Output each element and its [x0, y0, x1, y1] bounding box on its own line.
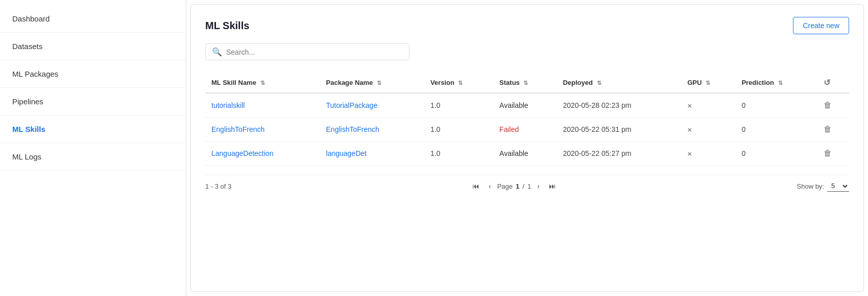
cell-deployed: 2020-05-22 05:31 pm [557, 118, 681, 142]
cell-actions: 🗑 [817, 142, 849, 166]
cell-ml-skill-name[interactable]: tutorialskill [205, 93, 320, 118]
main-content: ML Skills Create new 🔍 ML Skill Name ⇅ P… [190, 4, 864, 292]
pagination-prev-button[interactable]: ‹ [486, 181, 494, 191]
sort-icon-gpu: ⇅ [706, 80, 710, 86]
delete-icon[interactable]: 🗑 [824, 125, 832, 133]
table-row: EnglishToFrench EnglishToFrench 1.0 Fail… [205, 118, 849, 142]
col-actions: ↺ [817, 73, 849, 93]
sidebar-item-ml-packages[interactable]: ML Packages [0, 60, 186, 88]
pagination-separator: / [522, 183, 524, 190]
cell-version: 1.0 [424, 93, 493, 118]
pagination-current-page: 1 [516, 183, 519, 190]
cell-actions: 🗑 [817, 118, 849, 142]
table-body: tutorialskill TutorialPackage 1.0 Availa… [205, 93, 849, 166]
cell-package-name[interactable]: EnglishToFrench [320, 118, 424, 142]
pagination-controls: ⏮ ‹ Page 1 / 1 › ⏭ [469, 181, 559, 191]
refresh-icon[interactable]: ↺ [824, 78, 830, 87]
col-ml-skill-name[interactable]: ML Skill Name ⇅ [205, 73, 320, 93]
table-row: LanguageDetection languageDet 1.0 Availa… [205, 142, 849, 166]
col-prediction[interactable]: Prediction ⇅ [735, 73, 817, 93]
delete-icon[interactable]: 🗑 [824, 101, 832, 109]
cell-prediction: 0 [735, 93, 817, 118]
cell-prediction: 0 [735, 142, 817, 166]
sidebar-item-dashboard[interactable]: Dashboard [0, 5, 186, 33]
cell-ml-skill-name[interactable]: LanguageDetection [205, 142, 320, 166]
ml-skills-table: ML Skill Name ⇅ Package Name ⇅ Version ⇅… [205, 73, 849, 166]
cell-actions: 🗑 [817, 93, 849, 118]
create-new-button[interactable]: Create new [793, 17, 849, 34]
show-by-container: Show by: 5102050 [797, 180, 849, 192]
cell-ml-skill-name[interactable]: EnglishToFrench [205, 118, 320, 142]
pagination-total-pages: 1 [527, 183, 531, 190]
sort-icon-version: ⇅ [458, 80, 463, 86]
sidebar-item-ml-logs[interactable]: ML Logs [0, 143, 186, 171]
col-gpu[interactable]: GPU ⇅ [681, 73, 735, 93]
sidebar-item-datasets[interactable]: Datasets [0, 33, 186, 60]
pagination-next-button[interactable]: › [534, 181, 543, 191]
main-header: ML Skills Create new [205, 17, 849, 34]
col-package-name[interactable]: Package Name ⇅ [320, 73, 424, 93]
sort-icon-deployed: ⇅ [597, 80, 601, 86]
cell-deployed: 2020-05-22 05:27 pm [557, 142, 681, 166]
show-by-select[interactable]: 5102050 [827, 180, 849, 192]
sort-icon-package-name: ⇅ [377, 80, 381, 86]
cell-package-name[interactable]: TutorialPackage [320, 93, 424, 118]
pagination-range: 1 - 3 of 3 [205, 183, 231, 190]
sidebar-item-ml-skills[interactable]: ML Skills [0, 116, 186, 143]
pagination-page-label: Page [497, 183, 513, 190]
sort-icon-prediction: ⇅ [778, 80, 783, 86]
cell-status: Available [493, 142, 557, 166]
cell-status: Available [493, 93, 557, 118]
search-input[interactable] [226, 48, 403, 56]
col-version[interactable]: Version ⇅ [424, 73, 493, 93]
sort-icon-ml-skill-name: ⇅ [260, 80, 265, 86]
search-container: 🔍 [205, 43, 409, 60]
pagination-last-button[interactable]: ⏭ [546, 181, 559, 191]
pagination-bar: 1 - 3 of 3 ⏮ ‹ Page 1 / 1 › ⏭ Show by: 5… [205, 175, 849, 192]
table-wrap: ML Skill Name ⇅ Package Name ⇅ Version ⇅… [205, 73, 849, 166]
sort-icon-status: ⇅ [523, 80, 528, 86]
cell-deployed: 2020-05-28 02:23 pm [557, 93, 681, 118]
sidebar-item-pipelines[interactable]: Pipelines [0, 88, 186, 116]
delete-icon[interactable]: 🗑 [824, 149, 832, 157]
page-title: ML Skills [205, 20, 249, 32]
col-status[interactable]: Status ⇅ [493, 73, 557, 93]
cell-version: 1.0 [424, 142, 493, 166]
cell-gpu: × [681, 93, 735, 118]
cell-version: 1.0 [424, 118, 493, 142]
cell-package-name[interactable]: languageDet [320, 142, 424, 166]
sidebar: DashboardDatasetsML PackagesPipelinesML … [0, 0, 186, 296]
show-by-label: Show by: [797, 183, 824, 190]
search-icon: 🔍 [212, 47, 222, 57]
cell-prediction: 0 [735, 118, 817, 142]
cell-gpu: × [681, 118, 735, 142]
table-row: tutorialskill TutorialPackage 1.0 Availa… [205, 93, 849, 118]
cell-status: Failed [493, 118, 557, 142]
cell-gpu: × [681, 142, 735, 166]
col-deployed[interactable]: Deployed ⇅ [557, 73, 681, 93]
pagination-first-button[interactable]: ⏮ [469, 181, 483, 191]
table-header-row: ML Skill Name ⇅ Package Name ⇅ Version ⇅… [205, 73, 849, 93]
